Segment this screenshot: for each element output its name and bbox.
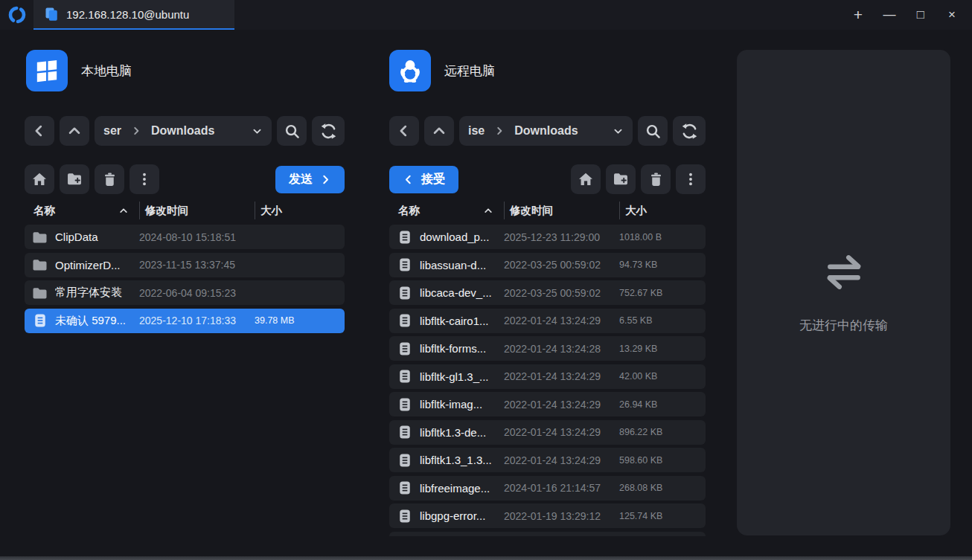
folder-plus-icon bbox=[66, 171, 83, 187]
file-modified-time: 2024-08-10 15:18:51 bbox=[139, 231, 255, 243]
file-name: download_p... bbox=[420, 231, 504, 243]
maximize-button[interactable]: □ bbox=[909, 4, 932, 26]
file-name: libcaca-dev_... bbox=[420, 286, 504, 299]
breadcrumb-parent: ser bbox=[103, 124, 121, 138]
column-size-label[interactable]: 大小 bbox=[619, 202, 706, 219]
breadcrumb[interactable]: ise Downloads bbox=[459, 116, 633, 146]
file-size: 598.60 KB bbox=[619, 455, 706, 466]
close-button[interactable]: × bbox=[941, 4, 963, 26]
local-panel-title: 本地电脑 bbox=[81, 62, 132, 80]
trash-icon bbox=[648, 172, 664, 187]
table-row[interactable]: ClipData 2024-08-10 15:18:51 bbox=[25, 225, 345, 249]
folder-icon bbox=[32, 286, 48, 300]
file-name-cell: download_p... bbox=[389, 229, 504, 245]
file-icon bbox=[398, 341, 412, 356]
send-button[interactable]: 发送 bbox=[275, 166, 345, 193]
file-size: 13.29 KB bbox=[619, 344, 706, 354]
column-name-label[interactable]: 名称 bbox=[398, 204, 420, 218]
file-name-cell: libcaca-dev_... bbox=[389, 285, 504, 301]
file-size: 6.55 KB bbox=[619, 315, 706, 326]
remote-panel-header: 远程电脑 bbox=[389, 50, 495, 91]
table-row[interactable]: libfltk1.3_1.3... 2022-01-24 13:24:29 59… bbox=[389, 448, 706, 472]
windows-logo-icon bbox=[26, 50, 68, 91]
home-button[interactable] bbox=[571, 164, 601, 194]
file-name: libfltk-forms... bbox=[420, 342, 504, 355]
tab-title: 192.168.128.10@ubuntu bbox=[66, 8, 189, 21]
search-icon bbox=[284, 123, 301, 140]
transfer-queue-panel: 无进行中的传输 bbox=[737, 50, 950, 535]
sort-ascending-icon[interactable] bbox=[483, 205, 493, 216]
send-button-label: 发送 bbox=[289, 172, 313, 187]
up-button[interactable] bbox=[60, 116, 89, 146]
chevron-down-icon bbox=[613, 126, 624, 137]
delete-button[interactable] bbox=[95, 164, 124, 194]
back-button[interactable] bbox=[25, 116, 54, 146]
table-row[interactable]: 未确认 5979... 2025-12-10 17:18:33 39.78 MB bbox=[25, 309, 345, 333]
table-row[interactable]: 常用字体安装 2022-06-04 09:15:23 bbox=[25, 280, 345, 305]
remote-file-list: download_p... 2025-12-23 11:29:00 1018.0… bbox=[389, 225, 706, 536]
file-name: 未确认 5979... bbox=[55, 314, 139, 328]
file-icon bbox=[398, 286, 412, 300]
session-tab[interactable]: 192.168.128.10@ubuntu bbox=[33, 0, 234, 30]
table-row[interactable]: libfltk-cairo1... 2022-01-24 13:24:29 6.… bbox=[389, 309, 706, 333]
column-size-label[interactable]: 大小 bbox=[255, 202, 345, 219]
sort-ascending-icon[interactable] bbox=[118, 205, 129, 216]
refresh-button[interactable] bbox=[673, 116, 706, 146]
kebab-menu-icon bbox=[683, 172, 698, 187]
folder-plus-icon bbox=[613, 171, 629, 187]
breadcrumb[interactable]: ser Downloads bbox=[95, 116, 272, 146]
file-size: 26.94 KB bbox=[619, 399, 706, 410]
table-row[interactable] bbox=[389, 532, 706, 537]
file-name-cell: OptimizerD... bbox=[25, 257, 139, 273]
delete-button[interactable] bbox=[641, 164, 671, 194]
back-button[interactable] bbox=[389, 116, 419, 146]
search-button[interactable] bbox=[638, 116, 668, 146]
linux-penguin-icon bbox=[389, 50, 431, 91]
search-button[interactable] bbox=[277, 116, 307, 146]
new-folder-button[interactable] bbox=[606, 164, 636, 194]
file-modified-time: 2022-03-25 00:59:02 bbox=[504, 259, 619, 271]
local-panel-header: 本地电脑 bbox=[26, 50, 132, 91]
minimize-button[interactable]: — bbox=[878, 4, 901, 26]
column-modified-label[interactable]: 修改时间 bbox=[504, 202, 619, 219]
table-row[interactable]: libgpg-error... 2022-01-19 13:29:12 125.… bbox=[389, 503, 706, 528]
chevron-left-icon bbox=[31, 123, 48, 139]
refresh-icon bbox=[320, 123, 337, 140]
file-modified-time: 2024-01-16 21:14:57 bbox=[504, 482, 619, 494]
table-row[interactable]: libcaca-dev_... 2022-03-25 00:59:02 752.… bbox=[389, 280, 706, 305]
file-name-cell: libfltk-gl1.3_... bbox=[389, 368, 504, 384]
home-button[interactable] bbox=[25, 164, 54, 194]
column-name-label[interactable]: 名称 bbox=[33, 204, 55, 218]
table-row[interactable]: libfltk-imag... 2022-01-24 13:24:29 26.9… bbox=[389, 392, 706, 416]
file-name-cell: ClipData bbox=[25, 229, 139, 245]
file-size: 896.22 KB bbox=[619, 427, 706, 437]
file-name: libfltk-gl1.3_... bbox=[420, 370, 504, 383]
trash-icon bbox=[102, 172, 118, 187]
more-button[interactable] bbox=[676, 164, 706, 194]
transfer-arrows-icon bbox=[823, 251, 865, 293]
table-row[interactable]: download_p... 2025-12-23 11:29:00 1018.0… bbox=[389, 225, 706, 249]
table-row[interactable]: libassuan-d... 2022-03-25 00:59:02 94.73… bbox=[389, 253, 706, 277]
column-modified-label[interactable]: 修改时间 bbox=[139, 202, 255, 219]
table-row[interactable]: libfltk-forms... 2022-01-24 13:24:28 13.… bbox=[389, 336, 706, 361]
table-row[interactable]: libfltk-gl1.3_... 2022-01-24 13:24:29 42… bbox=[389, 364, 706, 389]
new-tab-button[interactable]: + bbox=[847, 4, 869, 26]
file-name-cell: libgpg-error... bbox=[389, 508, 504, 524]
up-button[interactable] bbox=[424, 116, 454, 146]
table-row[interactable]: OptimizerD... 2023-11-15 13:37:45 bbox=[25, 253, 345, 277]
new-folder-button[interactable] bbox=[60, 164, 89, 194]
breadcrumb-parent: ise bbox=[468, 124, 485, 138]
breadcrumb-current: Downloads bbox=[151, 124, 214, 138]
refresh-icon bbox=[681, 123, 698, 140]
refresh-button[interactable] bbox=[312, 116, 345, 146]
file-name: OptimizerD... bbox=[55, 259, 139, 271]
file-name: libgpg-error... bbox=[420, 509, 504, 522]
file-name: libassuan-d... bbox=[420, 259, 504, 271]
table-row[interactable]: libfreeimage... 2024-01-16 21:14:57 268.… bbox=[389, 476, 706, 501]
receive-button[interactable]: 接受 bbox=[389, 166, 458, 193]
chevron-right-icon bbox=[320, 174, 331, 185]
more-button[interactable] bbox=[130, 164, 159, 194]
file-name: libfltk-cairo1... bbox=[420, 315, 504, 327]
table-row[interactable]: libfltk1.3-de... 2022-01-24 13:24:29 896… bbox=[389, 420, 706, 445]
folder-icon bbox=[32, 258, 48, 271]
